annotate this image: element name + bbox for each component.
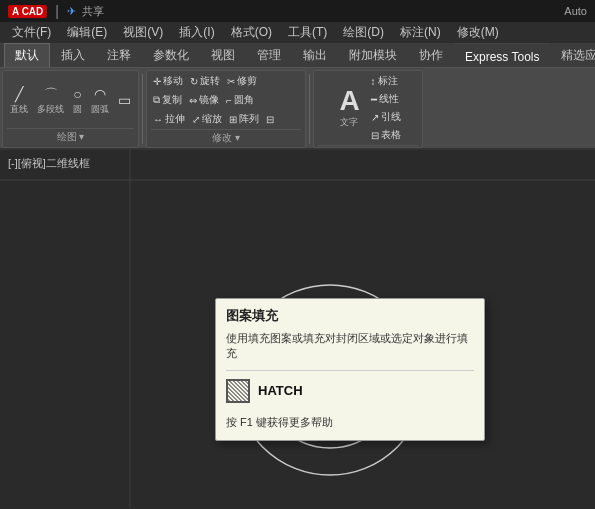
btn-polyline[interactable]: 多段线 [34,82,67,118]
mirror-icon: ⇔ [189,95,197,106]
tooltip-description: 使用填充图案或填充对封闭区域或选定对象进行填充 [216,329,484,370]
menu-draw[interactable]: 绘图(D) [335,22,392,43]
menu-view[interactable]: 视图(V) [115,22,171,43]
fillet-icon: ⌐ [226,95,232,106]
tab-view[interactable]: 视图 [200,43,246,67]
ribbon-group-draw: 直线 多段线 圆 圆弧 绘图 ▾ [2,70,139,148]
tab-express-tools[interactable]: Express Tools [454,46,550,67]
hatch-icon [226,379,250,403]
rect-icon [118,90,131,108]
title-bar: A CAD | ✈ 共享 Auto [0,0,595,22]
btn-linedim[interactable]: ━线性 [369,91,403,107]
btn-table[interactable]: ⊟表格 [369,127,403,143]
draw-group-label: 绘图 ▾ [7,128,134,145]
ribbon-panel: 直线 多段线 圆 圆弧 绘图 ▾ [0,68,595,150]
menu-insert[interactable]: 插入(I) [171,22,222,43]
btn-rotate[interactable]: ↻ 旋转 [188,73,222,89]
btn-line[interactable]: 直线 [7,82,31,118]
stretch-icon: ↔ [153,114,163,125]
tab-default[interactable]: 默认 [4,43,50,67]
menu-tools[interactable]: 工具(T) [280,22,335,43]
btn-copy[interactable]: ⧉ 复制 [151,92,184,108]
share-button[interactable]: ✈ 共享 [67,4,104,19]
tooltip-title: 图案填充 [216,299,484,329]
btn-arc[interactable]: 圆弧 [88,82,112,118]
ribbon-group-modify: ✛ 移动 ↻ 旋转 ✂ 修剪 ⧉ 复制 ⇔ 镜像 ⌐ 圆角 [146,70,306,148]
modify-group-label: 修改 ▾ [151,129,301,146]
tab-insert[interactable]: 插入 [50,43,96,67]
tab-manage[interactable]: 管理 [246,43,292,67]
btn-text-label: 文字 [340,116,358,129]
btn-rect[interactable] [115,88,134,111]
cad-logo: A CAD [8,5,47,18]
menu-format[interactable]: 格式(O) [223,22,280,43]
leader-icon: ↗ [371,112,379,123]
tab-parametric[interactable]: 参数化 [142,43,200,67]
text-icon: A [339,87,359,115]
arc-icon [94,84,106,102]
array-icon: ⊞ [229,114,237,125]
dim-icon: ↕ [371,76,376,87]
btn-array[interactable]: ⊞ 阵列 [227,111,261,127]
annotate-buttons: A 文字 ↕标注 ━线性 ↗引线 ⊟表格 [333,73,402,143]
move-icon: ✛ [153,76,161,87]
tab-output[interactable]: 输出 [292,43,338,67]
tab-annotate[interactable]: 注释 [96,43,142,67]
share-icon: ✈ [67,5,76,17]
tab-actions[interactable]: 协作 [408,43,454,67]
sep-2 [309,74,310,144]
modify-buttons: ✛ 移动 ↻ 旋转 ✂ 修剪 ⧉ 复制 ⇔ 镜像 ⌐ 圆角 [151,73,301,127]
main-content: [-][俯视]二维线框 图案填充 使用填充图案或填充对封闭区域或选定对象进行填充… [0,150,595,507]
linedim-icon: ━ [371,94,377,105]
tab-addons[interactable]: 附加模块 [338,43,408,67]
btn-move[interactable]: ✛ 移动 [151,73,185,89]
rotate-icon: ↻ [190,76,198,87]
tab-app[interactable]: 精选应用 [550,43,595,67]
btn-fillet[interactable]: ⌐ 圆角 [224,92,256,108]
btn-polyline-label: 多段线 [37,103,64,116]
circle-icon [73,84,81,102]
tooltip-command-name: HATCH [258,383,303,398]
tooltip-popup: 图案填充 使用填充图案或填充对封闭区域或选定对象进行填充 HATCH 按 F1 … [215,298,485,441]
btn-arc-label: 圆弧 [91,103,109,116]
ribbon-tabs: 默认 插入 注释 参数化 视图 管理 输出 附加模块 协作 Express To… [0,44,595,68]
btn-scale[interactable]: ⤢ 缩放 [190,111,224,127]
title-separator: | [55,3,59,19]
btn-trim[interactable]: ✂ 修剪 [225,73,259,89]
trim-icon: ✂ [227,76,235,87]
tooltip-help-text: 按 F1 键获得更多帮助 [216,411,484,440]
draw-buttons: 直线 多段线 圆 圆弧 [7,73,134,126]
tooltip-hatch-row: HATCH [216,371,484,411]
line-icon [15,84,23,102]
ribbon-group-annotate: A 文字 ↕标注 ━线性 ↗引线 ⊟表格 注释 ▾ [313,70,423,148]
btn-circle-label: 圆 [73,103,82,116]
copy-icon: ⧉ [153,94,160,106]
sep-1 [142,74,143,144]
btn-text[interactable]: A 文字 [333,85,365,131]
app-title: Auto [564,5,587,17]
menu-modify[interactable]: 修改(M) [449,22,507,43]
modify-extra-icon: ⊟ [266,114,274,125]
menu-file[interactable]: 文件(F) [4,22,59,43]
btn-dim[interactable]: ↕标注 [369,73,403,89]
btn-leader[interactable]: ↗引线 [369,109,403,125]
btn-line-label: 直线 [10,103,28,116]
menu-annotate[interactable]: 标注(N) [392,22,449,43]
menu-bar: 文件(F) 编辑(E) 视图(V) 插入(I) 格式(O) 工具(T) 绘图(D… [0,22,595,44]
btn-circle[interactable]: 圆 [70,82,85,118]
btn-stretch[interactable]: ↔ 拉伸 [151,111,187,127]
polyline-icon [44,84,58,102]
table-icon: ⊟ [371,130,379,141]
btn-modify-extra[interactable]: ⊟ [264,113,276,126]
menu-edit[interactable]: 编辑(E) [59,22,115,43]
scale-icon: ⤢ [192,114,200,125]
btn-mirror[interactable]: ⇔ 镜像 [187,92,221,108]
